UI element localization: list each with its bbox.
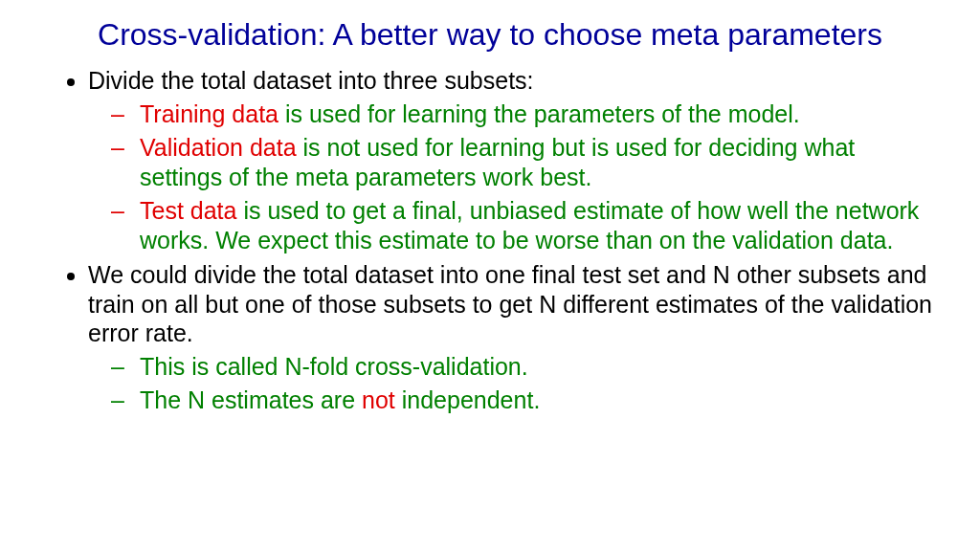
- test-term: Test data: [140, 197, 236, 224]
- nfold-text: This is called N-fold cross-validation.: [140, 353, 528, 380]
- bullet-2-text: We could divide the total dataset into o…: [88, 260, 942, 348]
- bullet-list: Divide the total dataset into three subs…: [38, 66, 942, 415]
- subbullet-validation: Validation data is not used for learning…: [134, 133, 942, 191]
- slide-title: Cross-validation: A better way to choose…: [38, 17, 942, 53]
- bullet-1: Divide the total dataset into three subs…: [88, 66, 942, 254]
- validation-term: Validation data: [140, 134, 297, 161]
- test-desc: is used to get a final, unbiased estimat…: [140, 197, 919, 253]
- training-desc: is used for learning the parameters of t…: [278, 100, 800, 127]
- training-term: Training data: [140, 100, 278, 127]
- indep-post: independent.: [395, 386, 541, 413]
- indep-not: not: [362, 386, 395, 413]
- subbullet-test: Test data is used to get a final, unbias…: [134, 196, 942, 254]
- indep-pre: The N estimates are: [140, 386, 362, 413]
- bullet-1-text: Divide the total dataset into three subs…: [88, 66, 942, 96]
- sublist-1: Training data is used for learning the p…: [94, 99, 942, 255]
- bullet-2: We could divide the total dataset into o…: [88, 260, 942, 415]
- slide: Cross-validation: A better way to choose…: [0, 0, 980, 551]
- sublist-2: This is called N-fold cross-validation. …: [94, 352, 942, 415]
- subbullet-nfold: This is called N-fold cross-validation.: [134, 352, 942, 382]
- subbullet-training: Training data is used for learning the p…: [134, 99, 942, 129]
- subbullet-independent: The N estimates are not independent.: [134, 386, 942, 415]
